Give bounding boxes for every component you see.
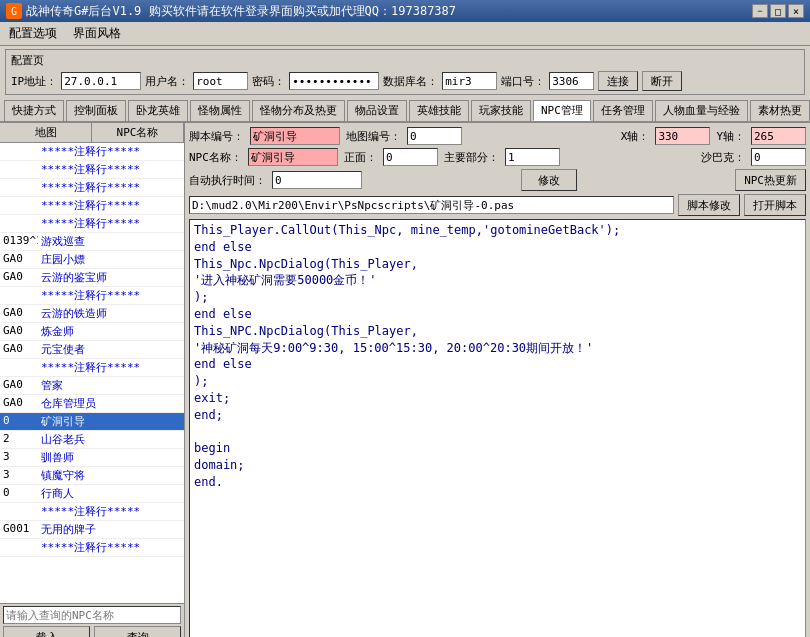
minimize-button[interactable]: － [752, 4, 768, 18]
connect-button[interactable]: 连接 [598, 71, 638, 91]
map-num-input[interactable] [407, 127, 462, 145]
modify-button[interactable]: 修改 [521, 169, 577, 191]
list-item[interactable]: *****注释行***** [0, 161, 184, 179]
tab-player-skill[interactable]: 玩家技能 [471, 100, 531, 121]
pwd-input[interactable] [289, 72, 379, 90]
form-row-1: 脚本编号： 地图编号： X轴： Y轴： [189, 127, 806, 145]
map-num-label: 地图编号： [346, 129, 401, 144]
list-cell-name: 游戏巡查 [38, 233, 184, 250]
list-cell-name: 山谷老兵 [38, 431, 184, 448]
ip-input[interactable] [61, 72, 141, 90]
list-item[interactable]: G001无用的牌子 [0, 521, 184, 539]
load-button[interactable]: 载入 [3, 626, 90, 637]
code-line: ); [194, 289, 801, 306]
npc-list[interactable]: *****注释行**********注释行**********注释行******… [0, 143, 184, 603]
list-item[interactable]: *****注释行***** [0, 179, 184, 197]
list-cell-id [0, 287, 38, 304]
menu-config[interactable]: 配置选项 [6, 24, 60, 43]
main-part-label: 主要部分： [444, 150, 499, 165]
list-item[interactable]: 3驯兽师 [0, 449, 184, 467]
y-label: Y轴： [716, 129, 745, 144]
npc-name-label: NPC名称： [189, 150, 242, 165]
list-cell-id: GA0 [0, 251, 38, 268]
list-item[interactable]: *****注释行***** [0, 539, 184, 557]
list-cell-id: 2 [0, 431, 38, 448]
code-editor[interactable]: This_Player.CallOut(This_Npc, mine_temp,… [189, 219, 806, 637]
search-button[interactable]: 查询 [94, 626, 181, 637]
title-bar: G 战神传奇G#后台V1.9 购买软件请在软件登录界面购买或加代理QQ：1973… [0, 0, 810, 22]
user-input[interactable] [193, 72, 248, 90]
list-cell-id [0, 179, 38, 196]
tab-npc[interactable]: NPC管理 [533, 100, 591, 121]
tab-material[interactable]: 素材热更 [750, 100, 810, 121]
list-item[interactable]: 0行商人 [0, 485, 184, 503]
list-cell-id [0, 197, 38, 214]
search-input[interactable] [3, 606, 181, 624]
list-cell-name: 云游的鉴宝师 [38, 269, 184, 286]
list-item[interactable]: *****注释行***** [0, 503, 184, 521]
code-line: end. [194, 474, 801, 491]
npc-name-input[interactable] [248, 148, 338, 166]
port-input[interactable] [549, 72, 594, 90]
list-item[interactable]: GA0炼金师 [0, 323, 184, 341]
tab-items[interactable]: 物品设置 [347, 100, 407, 121]
search-section: 载入 查询 [0, 603, 184, 637]
tab-monster-attr[interactable]: 怪物属性 [190, 100, 250, 121]
tab-hero-skill[interactable]: 英雄技能 [409, 100, 469, 121]
auto-time-input[interactable] [272, 171, 362, 189]
list-item[interactable]: 0139^1游戏巡查 [0, 233, 184, 251]
list-cell-name: *****注释行***** [38, 359, 184, 376]
list-cell-name: 庄园小嫖 [38, 251, 184, 268]
list-item[interactable]: *****注释行***** [0, 143, 184, 161]
list-cell-id: GA0 [0, 377, 38, 394]
list-item[interactable]: 0矿洞引导 [0, 413, 184, 431]
filepath-input[interactable] [189, 196, 674, 214]
list-cell-name: *****注释行***** [38, 161, 184, 178]
x-input[interactable] [655, 127, 710, 145]
tab-bar: 快捷方式 控制面板 卧龙英雄 怪物属性 怪物分布及热更 物品设置 英雄技能 玩家… [0, 98, 810, 123]
right-panel: 脚本编号： 地图编号： X轴： Y轴： NPC名称： 正面： 主要部分： 沙巴克… [185, 123, 810, 637]
ip-label: IP地址： [11, 74, 57, 89]
form-row-3: 自动执行时间： 修改 NPC热更新 [189, 169, 806, 191]
list-item[interactable]: GA0仓库管理员 [0, 395, 184, 413]
list-cell-id: 0 [0, 485, 38, 502]
shabak-input[interactable] [751, 148, 806, 166]
tab-wolong[interactable]: 卧龙英雄 [128, 100, 188, 121]
list-cell-name: 元宝使者 [38, 341, 184, 358]
tab-shortcuts[interactable]: 快捷方式 [4, 100, 64, 121]
list-item[interactable]: GA0庄园小嫖 [0, 251, 184, 269]
list-item[interactable]: GA0云游的鉴宝师 [0, 269, 184, 287]
y-input[interactable] [751, 127, 806, 145]
tab-task[interactable]: 任务管理 [593, 100, 653, 121]
title-text: 战神传奇G#后台V1.9 购买软件请在软件登录界面购买或加代理QQ：197387… [26, 3, 456, 20]
list-item[interactable]: *****注释行***** [0, 197, 184, 215]
list-cell-name: *****注释行***** [38, 287, 184, 304]
db-input[interactable] [442, 72, 497, 90]
open-script-button[interactable]: 打开脚本 [744, 194, 806, 216]
list-item[interactable]: 2山谷老兵 [0, 431, 184, 449]
npc-update-button[interactable]: NPC热更新 [735, 169, 806, 191]
list-item[interactable]: *****注释行***** [0, 215, 184, 233]
close-button[interactable]: × [788, 4, 804, 18]
code-line: '进入神秘矿洞需要50000金币！' [194, 272, 801, 289]
list-item[interactable]: *****注释行***** [0, 287, 184, 305]
list-cell-id [0, 161, 38, 178]
code-line: end else [194, 306, 801, 323]
tab-monster-dist[interactable]: 怪物分布及热更 [252, 100, 345, 121]
list-item[interactable]: GA0元宝使者 [0, 341, 184, 359]
script-num-input[interactable] [250, 127, 340, 145]
list-item[interactable]: *****注释行***** [0, 359, 184, 377]
maximize-button[interactable]: □ [770, 4, 786, 18]
disconnect-button[interactable]: 断开 [642, 71, 682, 91]
list-item[interactable]: GA0管家 [0, 377, 184, 395]
list-item[interactable]: 3镇魔守将 [0, 467, 184, 485]
main-part-input[interactable] [505, 148, 560, 166]
script-edit-button[interactable]: 脚本修改 [678, 194, 740, 216]
list-cell-id: GA0 [0, 341, 38, 358]
menu-style[interactable]: 界面风格 [70, 24, 124, 43]
front-input[interactable] [383, 148, 438, 166]
tab-hp-exp[interactable]: 人物血量与经验 [655, 100, 748, 121]
tab-control[interactable]: 控制面板 [66, 100, 126, 121]
app-icon: G [6, 3, 22, 19]
list-item[interactable]: GA0云游的铁造师 [0, 305, 184, 323]
